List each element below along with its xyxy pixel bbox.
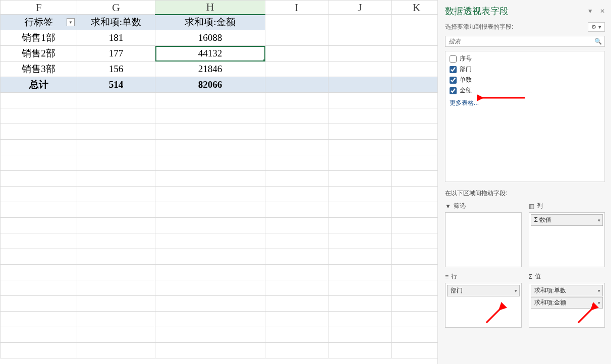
field-checkbox-dept[interactable] (450, 66, 457, 73)
cell[interactable] (265, 265, 328, 280)
cell[interactable] (265, 327, 328, 343)
col-hdr-F[interactable]: F (1, 1, 77, 15)
cell[interactable] (155, 155, 265, 171)
cell[interactable] (392, 46, 438, 62)
cell[interactable] (265, 171, 328, 187)
cell[interactable] (1, 93, 77, 108)
cell[interactable] (328, 171, 392, 187)
cell[interactable] (392, 77, 438, 93)
cell[interactable] (77, 108, 155, 124)
field-item[interactable]: 序号 (446, 53, 604, 64)
cell[interactable] (265, 62, 328, 77)
area-rows-drop[interactable]: 部门 (445, 283, 522, 328)
cell[interactable] (328, 312, 392, 327)
cell[interactable] (265, 15, 328, 30)
cell[interactable] (1, 327, 77, 343)
cell[interactable] (392, 155, 438, 171)
cell[interactable] (392, 280, 438, 296)
cell[interactable] (265, 187, 328, 202)
cell[interactable] (328, 327, 392, 343)
cell[interactable] (1, 233, 77, 249)
cell[interactable] (265, 343, 328, 358)
pivot-row-amount[interactable]: 21846 (155, 62, 265, 77)
search-icon[interactable]: 🔍 (594, 38, 602, 45)
pivot-row-orders[interactable]: 181 (77, 30, 155, 46)
cell[interactable] (77, 265, 155, 280)
cell[interactable] (265, 280, 328, 296)
cell[interactable] (392, 202, 438, 218)
cell[interactable] (392, 187, 438, 202)
pivot-row-amount[interactable]: 16088 (155, 30, 265, 46)
cell[interactable] (328, 46, 392, 62)
cell[interactable] (328, 93, 392, 108)
cell[interactable] (328, 187, 392, 202)
pivot-row-label[interactable]: 销售1部 (1, 30, 77, 46)
cell[interactable] (265, 296, 328, 312)
col-hdr-H[interactable]: H (155, 1, 265, 15)
cell[interactable] (265, 77, 328, 93)
cell[interactable] (155, 171, 265, 187)
cell[interactable] (77, 140, 155, 155)
cell[interactable] (392, 15, 438, 30)
cell[interactable] (265, 155, 328, 171)
cell[interactable] (155, 187, 265, 202)
cell[interactable] (328, 233, 392, 249)
cell[interactable] (328, 77, 392, 93)
cell[interactable] (265, 233, 328, 249)
chevron-down-icon[interactable]: ▼ (587, 8, 593, 15)
cell[interactable] (265, 202, 328, 218)
pivot-row-orders[interactable]: 177 (77, 46, 155, 62)
cell[interactable] (265, 108, 328, 124)
cell[interactable] (77, 249, 155, 265)
pivot-row-label-header[interactable]: 行标签 ▼ (1, 15, 77, 30)
cell[interactable] (328, 202, 392, 218)
cell[interactable] (392, 233, 438, 249)
cell[interactable] (1, 249, 77, 265)
cell[interactable] (328, 15, 392, 30)
cell[interactable] (328, 296, 392, 312)
cell[interactable] (77, 124, 155, 140)
pivot-total-orders[interactable]: 514 (77, 77, 155, 93)
cell[interactable] (155, 249, 265, 265)
pivot-total-label[interactable]: 总计 (1, 77, 77, 93)
cell[interactable] (1, 124, 77, 140)
pivot-header-orders[interactable]: 求和项:单数 (77, 15, 155, 30)
cell[interactable] (392, 124, 438, 140)
field-item[interactable]: 部门 (446, 64, 604, 75)
col-hdr-J[interactable]: J (328, 1, 392, 15)
field-item[interactable]: 单数 (446, 75, 604, 85)
cell[interactable] (392, 171, 438, 187)
cell[interactable] (155, 140, 265, 155)
cell[interactable] (1, 218, 77, 233)
cell[interactable] (265, 218, 328, 233)
field-checkbox-orders[interactable] (450, 77, 457, 84)
cell[interactable] (1, 265, 77, 280)
cell[interactable] (265, 30, 328, 46)
field-item[interactable]: 金额 (446, 85, 604, 96)
cell[interactable] (77, 155, 155, 171)
cell[interactable] (155, 108, 265, 124)
pivot-row-label[interactable]: 销售2部 (1, 46, 77, 62)
cell[interactable] (392, 140, 438, 155)
cell[interactable] (1, 140, 77, 155)
cell[interactable] (265, 46, 328, 62)
row-label-filter-icon[interactable]: ▼ (67, 18, 75, 26)
pivot-header-amount[interactable]: 求和项:金额 (155, 15, 265, 30)
cell[interactable] (1, 155, 77, 171)
cell[interactable] (1, 280, 77, 296)
field-checkbox-amount[interactable] (450, 87, 457, 94)
cell[interactable] (265, 140, 328, 155)
cell[interactable] (1, 343, 77, 358)
cell[interactable] (328, 249, 392, 265)
area-columns-drop[interactable]: Σ 数值 (529, 212, 605, 267)
cell[interactable] (155, 202, 265, 218)
col-hdr-G[interactable]: G (77, 1, 155, 15)
cell[interactable] (328, 140, 392, 155)
cell[interactable] (155, 233, 265, 249)
cell[interactable] (1, 312, 77, 327)
cell[interactable] (155, 124, 265, 140)
pivot-row-label[interactable]: 销售3部 (1, 62, 77, 77)
cell[interactable] (1, 187, 77, 202)
cell[interactable] (392, 218, 438, 233)
cell[interactable] (392, 343, 438, 358)
